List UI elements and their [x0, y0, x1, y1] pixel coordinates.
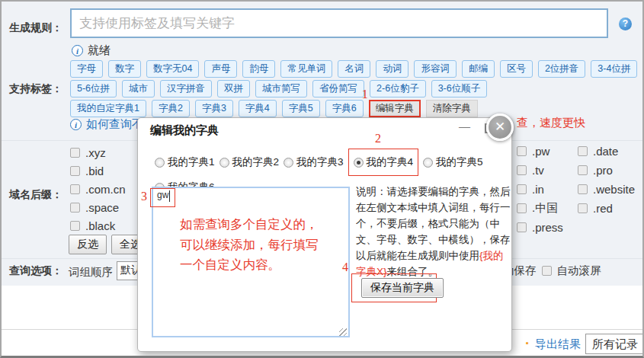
suffix-checkbox[interactable]: .in: [517, 183, 563, 195]
checkbox-icon: [578, 146, 588, 156]
suffix-checkbox[interactable]: .中国: [517, 202, 563, 214]
tag-button[interactable]: 数字无04: [146, 60, 199, 78]
tag-button[interactable]: 城市: [122, 80, 155, 97]
tag-button[interactable]: 汉字拼音: [160, 80, 212, 97]
checkbox-icon: [70, 184, 80, 194]
dictionary-radio[interactable]: 我的字典5: [423, 151, 483, 174]
tag-button[interactable]: 常见单词: [280, 60, 332, 78]
dict-tag-button[interactable]: 字典5: [282, 100, 320, 117]
info-icon: i: [72, 45, 83, 56]
checkbox-icon: [578, 203, 588, 213]
suffix-text: .red: [593, 202, 613, 215]
suffix-checkbox[interactable]: .tv: [517, 164, 563, 176]
suffix-text: .in: [532, 183, 544, 196]
dict-tag-button[interactable]: 我的自定字典1: [70, 100, 146, 117]
radio-label: 我的字典2: [232, 151, 280, 174]
save-dictionary-button[interactable]: 保存当前字典: [361, 278, 444, 298]
modal-title: 编辑我的字典: [150, 123, 219, 138]
dict-tag-button[interactable]: 字典3: [195, 100, 233, 117]
rule-label: 生成规则：: [9, 21, 62, 35]
checkbox-icon: [517, 222, 527, 232]
suffix-checkbox[interactable]: .bid: [70, 165, 126, 177]
edit-dict-annotated: 1 编辑字典: [369, 100, 421, 117]
resize-grip-icon[interactable]: [339, 328, 347, 336]
tag-button[interactable]: 2-6位豹子: [370, 80, 426, 97]
help-icon[interactable]: ?: [619, 18, 632, 30]
edit-dict-button[interactable]: 编辑字典: [369, 100, 421, 117]
annotation-step-4: 4: [342, 261, 348, 273]
radio-label: 我的字典4: [367, 151, 414, 174]
hint-red-partial: 查，速度更快: [517, 116, 585, 130]
tag-button[interactable]: 区号: [500, 60, 533, 78]
tag-button[interactable]: 5-6位拼: [70, 80, 117, 97]
info-icon: i: [70, 119, 82, 130]
close-icon[interactable]: ✕: [486, 113, 514, 141]
radio-label: 我的字典5: [436, 151, 483, 174]
suffix-text: .press: [532, 221, 563, 234]
radio-label: 我的字典1: [168, 151, 215, 174]
tag-button[interactable]: 城市简写: [255, 80, 307, 97]
radio-icon: [219, 158, 229, 168]
dict-tag-button[interactable]: 字典4: [239, 100, 277, 117]
export-results-link[interactable]: 导出结果: [535, 337, 581, 352]
suffix-checkbox[interactable]: .com.cn: [70, 183, 126, 195]
suffix-checkbox[interactable]: .xyz: [70, 146, 126, 158]
tag-button[interactable]: 数字: [108, 60, 141, 78]
autoscroll-checkbox[interactable]: [542, 266, 552, 276]
suffix-text: .website: [593, 183, 635, 196]
radio-icon: [423, 158, 433, 168]
checkbox-icon: [517, 146, 527, 156]
dictionary-radio[interactable]: 我的字典1: [155, 151, 215, 174]
dict-tag-button[interactable]: 字典2: [152, 100, 190, 117]
annotation-note: 如需查询多个自定义的， 可以继续添加，每行填写 一个自定义内容。: [180, 214, 363, 275]
tags-label: 支持标签：: [9, 82, 62, 96]
invert-selection-button[interactable]: 反选: [69, 235, 107, 254]
checkbox-icon: [70, 166, 80, 176]
tag-button[interactable]: 3-6位顺子: [431, 80, 488, 97]
status-line: i 就绪: [72, 43, 111, 58]
records-filter-select[interactable]: 所有记录: [585, 334, 644, 354]
tag-button[interactable]: 省份简写: [312, 80, 364, 97]
suffix-checkbox[interactable]: .space: [70, 201, 126, 213]
tag-button[interactable]: 动词: [376, 60, 409, 78]
bullet-icon: ·: [525, 335, 530, 352]
tag-button[interactable]: 邮编: [462, 60, 495, 78]
annotation-step-3: 3: [141, 188, 147, 205]
tag-button[interactable]: 形容词: [414, 60, 457, 78]
suffix-checkbox[interactable]: .website: [578, 183, 635, 195]
suffix-checkbox[interactable]: .red: [578, 202, 635, 214]
suffix-checkbox[interactable]: .black: [70, 219, 126, 232]
suffix-checkbox[interactable]: .press: [517, 221, 563, 233]
dict-tag-button[interactable]: 字典6: [325, 100, 364, 117]
options-label: 查询选项：: [9, 264, 62, 278]
hint-line: i 如何查询不: [70, 117, 143, 132]
radio-icon: [354, 158, 364, 168]
tag-button[interactable]: 2位拼音: [538, 60, 585, 78]
hint-link-partial[interactable]: 如何查询不: [86, 117, 143, 132]
annotation-step-2: 2: [375, 133, 381, 145]
minimize-icon[interactable]: —: [459, 120, 474, 133]
suffix-text: .black: [85, 219, 115, 232]
tag-row-3: 我的自定字典1字典2字典3字典4字典5字典6 1 编辑字典 清除字典: [70, 100, 478, 117]
clear-dict-button[interactable]: 清除字典: [426, 100, 478, 117]
suffix-checkbox[interactable]: .pro: [578, 164, 635, 176]
dictionary-radio[interactable]: 我的字典42: [348, 149, 419, 176]
dictionary-radio[interactable]: 我的字典3: [284, 151, 344, 174]
autoscroll-label: 自动滚屏: [557, 264, 601, 278]
suffix-text: .pw: [532, 145, 549, 158]
dictionary-radio[interactable]: 我的字典2: [219, 151, 280, 174]
tag-button[interactable]: 字母: [70, 60, 103, 78]
suffix-text: .com.cn: [85, 183, 126, 196]
status-text: 就绪: [88, 43, 111, 58]
checkbox-icon: [578, 184, 588, 194]
suffix-checkbox[interactable]: .pw: [517, 145, 563, 157]
rule-input[interactable]: [70, 8, 608, 38]
tag-button[interactable]: 3-4位拼: [591, 60, 637, 78]
tag-button[interactable]: 韵母: [242, 60, 275, 78]
suffix-checkbox[interactable]: .date: [578, 145, 635, 157]
tag-button[interactable]: 双拼: [217, 80, 250, 97]
tag-button[interactable]: 名词: [338, 60, 370, 78]
auto-options-row: 动保存 自动滚屏: [503, 264, 601, 278]
annotation-step-1: 1: [362, 88, 368, 101]
tag-button[interactable]: 声母: [204, 60, 237, 78]
